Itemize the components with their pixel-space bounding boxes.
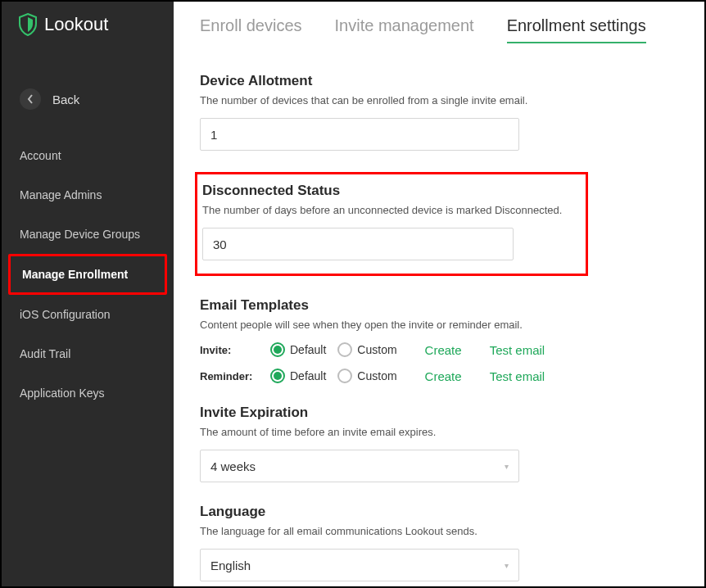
section-disconnected-status: Disconnected Status The number of days b… (200, 172, 675, 276)
sidebar: Lookout Back Account Manage Admins Manag… (2, 2, 174, 586)
invite-expiration-value: 4 weeks (210, 459, 256, 473)
invite-expiration-title: Invite Expiration (200, 405, 675, 421)
reminder-custom-radio[interactable]: Custom (337, 369, 396, 383)
invite-test-link[interactable]: Test email (490, 343, 545, 357)
device-allotment-desc: The number of devices that can be enroll… (200, 94, 675, 106)
invite-custom-radio[interactable]: Custom (337, 342, 396, 357)
device-allotment-title: Device Allotment (200, 73, 675, 89)
invite-row-label: Invite: (200, 344, 259, 356)
tab-enrollment-settings[interactable]: Enrollment settings (507, 16, 646, 43)
radio-label: Custom (357, 343, 396, 356)
tabs: Enroll devices Invite management Enrollm… (200, 16, 675, 43)
invite-expiration-select[interactable]: 4 weeks ▾ (200, 450, 519, 482)
radio-icon (337, 342, 352, 357)
disconnected-input[interactable] (202, 228, 514, 260)
sidebar-nav: Account Manage Admins Manage Device Grou… (2, 136, 174, 413)
email-templates-title: Email Templates (200, 297, 675, 314)
disconnected-highlight: Disconnected Status The number of days b… (195, 172, 588, 276)
radio-label: Custom (357, 369, 396, 382)
invite-default-radio[interactable]: Default (270, 342, 326, 357)
sidebar-item-manage-enrollment[interactable]: Manage Enrollment (11, 256, 165, 292)
section-device-allotment: Device Allotment The number of devices t… (200, 73, 675, 151)
section-email-templates: Email Templates Content people will see … (200, 297, 675, 383)
tab-enroll-devices[interactable]: Enroll devices (200, 16, 302, 43)
section-invite-expiration: Invite Expiration The amount of time bef… (200, 405, 675, 482)
section-language: Language The language for all email comm… (200, 504, 675, 581)
sidebar-item-application-keys[interactable]: Application Keys (2, 373, 174, 413)
reminder-row-label: Reminder: (200, 370, 259, 382)
invite-expiration-desc: The amount of time before an invite emai… (200, 426, 675, 438)
reminder-create-link[interactable]: Create (425, 369, 462, 383)
back-button[interactable]: Back (2, 74, 174, 124)
language-desc: The language for all email communication… (200, 525, 675, 537)
reminder-row: Reminder: Default Custom Create Test ema… (200, 369, 675, 383)
chevron-left-icon (20, 88, 41, 110)
language-title: Language (200, 504, 675, 520)
sidebar-item-audit-trail[interactable]: Audit Trail (2, 334, 174, 373)
disconnected-desc: The number of days before an unconnected… (202, 204, 574, 216)
brand-name: Lookout (44, 14, 108, 35)
radio-icon (270, 369, 285, 383)
device-allotment-input[interactable] (200, 118, 519, 151)
invite-row: Invite: Default Custom Create Test email (200, 342, 675, 357)
main-content: Enroll devices Invite management Enrollm… (174, 2, 704, 586)
shield-icon (18, 13, 38, 36)
email-templates-desc: Content people will see when they open t… (200, 319, 675, 331)
invite-create-link[interactable]: Create (425, 343, 462, 357)
reminder-default-radio[interactable]: Default (270, 369, 326, 383)
sidebar-item-manage-device-groups[interactable]: Manage Device Groups (2, 215, 174, 254)
sidebar-item-manage-admins[interactable]: Manage Admins (2, 175, 174, 215)
radio-label: Default (290, 369, 326, 382)
language-value: English (210, 559, 251, 572)
sidebar-item-ios-configuration[interactable]: iOS Configuration (2, 295, 174, 334)
chevron-down-icon: ▾ (505, 462, 509, 471)
back-label: Back (52, 93, 79, 106)
chevron-down-icon: ▾ (505, 561, 509, 570)
disconnected-title: Disconnected Status (202, 183, 574, 199)
radio-icon (337, 369, 352, 383)
radio-label: Default (290, 343, 326, 356)
tab-invite-management[interactable]: Invite management (335, 16, 474, 43)
language-select[interactable]: English ▾ (200, 549, 519, 581)
reminder-test-link[interactable]: Test email (490, 369, 545, 383)
sidebar-highlight: Manage Enrollment (8, 254, 167, 295)
brand-logo: Lookout (2, 2, 174, 47)
radio-icon (270, 342, 285, 357)
sidebar-item-account[interactable]: Account (2, 136, 174, 175)
